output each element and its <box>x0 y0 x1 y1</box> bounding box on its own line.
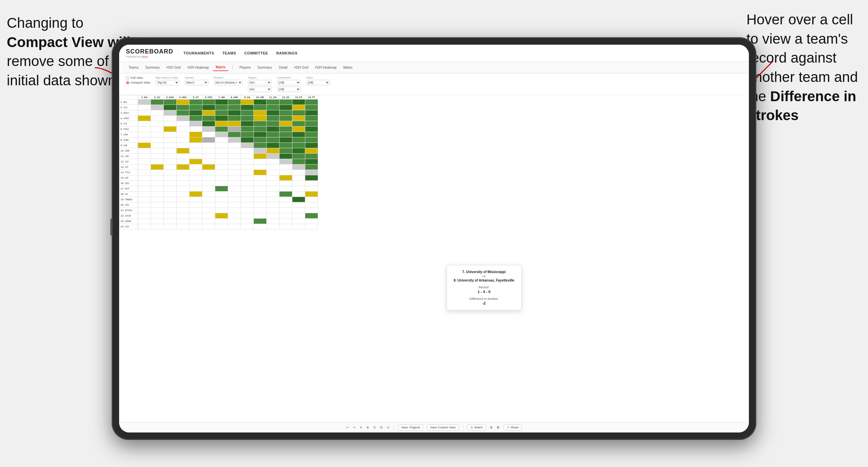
matrix-cell[interactable] <box>292 192 305 197</box>
toolbar-redo[interactable]: ↪ <box>353 426 356 429</box>
matrix-cell[interactable] <box>177 192 190 197</box>
matrix-cell[interactable] <box>305 197 318 202</box>
matrix-cell[interactable] <box>202 121 215 127</box>
matrix-cell[interactable] <box>151 154 164 159</box>
matrix-cell[interactable] <box>138 181 151 186</box>
matrix-cell[interactable] <box>177 137 190 143</box>
matrix-cell[interactable] <box>228 213 241 219</box>
matrix-cell[interactable] <box>280 219 292 224</box>
matrix-cell[interactable] <box>202 181 215 186</box>
matrix-cell[interactable] <box>241 116 254 121</box>
filter-max-teams-select[interactable]: Top 50 <box>156 80 179 85</box>
matrix-cell[interactable] <box>254 170 267 175</box>
matrix-cell[interactable] <box>254 154 267 159</box>
matrix-cell[interactable] <box>280 170 292 175</box>
matrix-cell[interactable] <box>292 159 305 164</box>
matrix-cell[interactable] <box>215 202 228 208</box>
matrix-cell[interactable] <box>228 170 241 175</box>
matrix-cell[interactable] <box>292 170 305 175</box>
toolbar-icon4[interactable]: ⊟ <box>380 426 383 429</box>
matrix-cell[interactable] <box>228 202 241 208</box>
matrix-cell[interactable] <box>202 219 215 224</box>
matrix-cell[interactable] <box>202 170 215 175</box>
sub-nav-h2h-heatmap[interactable]: H2H Heatmap <box>185 64 212 71</box>
matrix-cell[interactable] <box>305 121 318 127</box>
matrix-cell[interactable] <box>280 116 292 121</box>
matrix-cell[interactable] <box>254 208 267 213</box>
matrix-cell[interactable] <box>202 186 215 192</box>
matrix-cell[interactable] <box>305 219 318 224</box>
matrix-cell[interactable] <box>228 154 241 159</box>
toolbar-icon5[interactable]: ◷ <box>387 426 390 429</box>
matrix-cell[interactable] <box>164 186 177 192</box>
matrix-cell[interactable] <box>228 143 241 148</box>
matrix-cell[interactable] <box>177 116 190 121</box>
matrix-cell[interactable] <box>305 159 318 164</box>
filter-conference-select[interactable]: (All) <box>277 80 301 85</box>
matrix-cell[interactable] <box>241 186 254 192</box>
matrix-cell[interactable] <box>254 213 267 219</box>
matrix-cell[interactable] <box>215 137 228 143</box>
matrix-cell[interactable] <box>164 132 177 137</box>
matrix-cell[interactable] <box>267 192 280 197</box>
matrix-cell[interactable] <box>215 148 228 154</box>
sub-nav-teams[interactable]: Teams <box>126 64 141 71</box>
matrix-cell[interactable] <box>215 197 228 202</box>
matrix-cell[interactable] <box>228 137 241 143</box>
matrix-cell[interactable] <box>267 127 280 132</box>
matrix-cell[interactable] <box>292 164 305 170</box>
filter-region-select[interactable]: N/A <box>248 80 272 85</box>
matrix-cell[interactable] <box>138 137 151 143</box>
matrix-cell[interactable] <box>280 208 292 213</box>
matrix-cell[interactable] <box>202 213 215 219</box>
matrix-cell[interactable] <box>190 154 202 159</box>
matrix-cell[interactable] <box>241 99 254 105</box>
matrix-cell[interactable] <box>138 197 151 202</box>
matrix-cell[interactable] <box>254 132 267 137</box>
matrix-cell[interactable] <box>215 143 228 148</box>
filter-gender-select[interactable]: Men's <box>185 80 208 85</box>
matrix-cell[interactable] <box>190 121 202 127</box>
matrix-cell[interactable] <box>280 105 292 110</box>
matrix-cell[interactable] <box>267 121 280 127</box>
matrix-cell[interactable] <box>138 159 151 164</box>
matrix-cell[interactable] <box>254 127 267 132</box>
matrix-cell[interactable] <box>228 99 241 105</box>
matrix-cell[interactable] <box>202 197 215 202</box>
toolbar-share[interactable]: ↗ Share <box>504 424 522 430</box>
matrix-cell[interactable] <box>228 132 241 137</box>
matrix-cell[interactable] <box>305 99 318 105</box>
matrix-cell[interactable] <box>215 208 228 213</box>
matrix-cell[interactable] <box>164 127 177 132</box>
matrix-cell[interactable] <box>151 175 164 181</box>
matrix-cell[interactable] <box>215 132 228 137</box>
matrix-cell[interactable] <box>190 219 202 224</box>
matrix-cell[interactable] <box>215 170 228 175</box>
matrix-cell[interactable] <box>138 186 151 192</box>
matrix-cell[interactable] <box>151 148 164 154</box>
matrix-cell[interactable] <box>292 175 305 181</box>
matrix-cell[interactable] <box>280 159 292 164</box>
matrix-cell[interactable] <box>254 224 267 229</box>
matrix-cell[interactable] <box>305 224 318 229</box>
matrix-cell[interactable] <box>164 219 177 224</box>
matrix-cell[interactable] <box>202 132 215 137</box>
matrix-cell[interactable] <box>164 213 177 219</box>
matrix-cell[interactable] <box>305 137 318 143</box>
matrix-cell[interactable] <box>177 99 190 105</box>
matrix-cell[interactable] <box>292 224 305 229</box>
matrix-cell[interactable] <box>190 197 202 202</box>
matrix-cell[interactable] <box>280 192 292 197</box>
matrix-cell[interactable] <box>280 137 292 143</box>
matrix-cell[interactable] <box>254 148 267 154</box>
matrix-cell[interactable] <box>228 110 241 116</box>
matrix-cell[interactable] <box>151 137 164 143</box>
matrix-cell[interactable] <box>305 148 318 154</box>
matrix-cell[interactable] <box>254 181 267 186</box>
matrix-cell[interactable] <box>151 213 164 219</box>
matrix-cell[interactable] <box>138 143 151 148</box>
matrix-cell[interactable] <box>190 143 202 148</box>
matrix-cell[interactable] <box>267 170 280 175</box>
matrix-cell[interactable] <box>177 121 190 127</box>
matrix-cell[interactable] <box>267 137 280 143</box>
